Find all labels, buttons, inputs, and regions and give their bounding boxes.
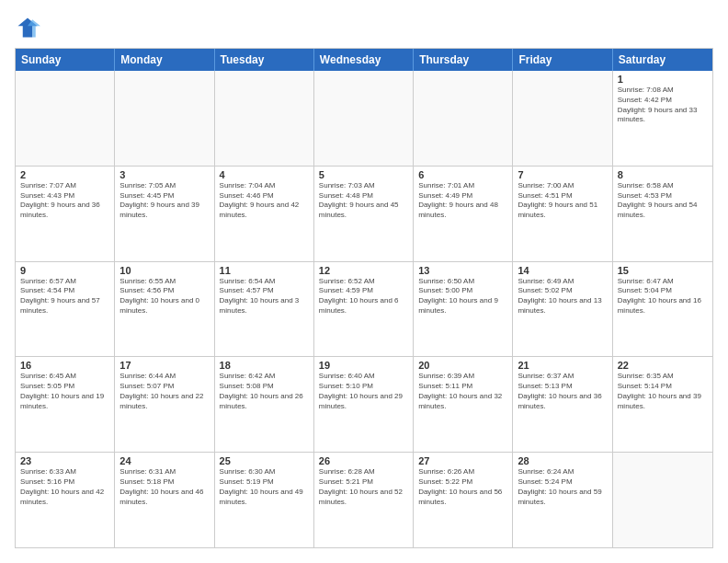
day-cell-28: 28Sunrise: 6:24 AM Sunset: 5:24 PM Dayli… — [513, 453, 612, 547]
day-info: Sunrise: 6:54 AM Sunset: 4:57 PM Dayligh… — [220, 277, 309, 316]
logo — [15, 15, 44, 40]
day-number: 21 — [518, 360, 607, 371]
day-number: 2 — [20, 169, 109, 180]
day-number: 24 — [119, 455, 209, 466]
day-cell-3: 3Sunrise: 7:05 AM Sunset: 4:45 PM Daylig… — [115, 167, 214, 261]
day-info: Sunrise: 6:37 AM Sunset: 5:13 PM Dayligh… — [518, 372, 607, 411]
header — [15, 15, 713, 40]
day-number: 19 — [319, 360, 408, 371]
calendar-row-0: 1Sunrise: 7:08 AM Sunset: 4:42 PM Daylig… — [16, 71, 712, 167]
day-info: Sunrise: 6:42 AM Sunset: 5:08 PM Dayligh… — [220, 372, 309, 411]
day-cell-12: 12Sunrise: 6:52 AM Sunset: 4:59 PM Dayli… — [314, 262, 414, 357]
page: SundayMondayTuesdayWednesdayThursdayFrid… — [0, 0, 728, 563]
day-number: 20 — [418, 360, 507, 371]
calendar: SundayMondayTuesdayWednesdayThursdayFrid… — [15, 48, 713, 548]
header-day-sunday: Sunday — [16, 49, 115, 71]
day-cell-6: 6Sunrise: 7:01 AM Sunset: 4:49 PM Daylig… — [414, 167, 513, 261]
day-cell-18: 18Sunrise: 6:42 AM Sunset: 5:08 PM Dayli… — [215, 357, 314, 452]
day-number: 12 — [319, 265, 408, 276]
day-info: Sunrise: 7:03 AM Sunset: 4:48 PM Dayligh… — [319, 181, 408, 221]
header-day-saturday: Saturday — [613, 49, 712, 71]
day-info: Sunrise: 6:31 AM Sunset: 5:18 PM Dayligh… — [119, 467, 209, 507]
calendar-row-1: 2Sunrise: 7:07 AM Sunset: 4:43 PM Daylig… — [16, 167, 712, 262]
day-number: 27 — [418, 455, 507, 466]
header-day-thursday: Thursday — [414, 49, 513, 71]
day-info: Sunrise: 6:58 AM Sunset: 4:53 PM Dayligh… — [618, 181, 708, 221]
day-info: Sunrise: 6:45 AM Sunset: 5:05 PM Dayligh… — [20, 372, 109, 411]
day-info: Sunrise: 6:24 AM Sunset: 5:24 PM Dayligh… — [518, 467, 607, 507]
day-info: Sunrise: 7:07 AM Sunset: 4:43 PM Dayligh… — [20, 181, 109, 221]
day-info: Sunrise: 6:39 AM Sunset: 5:11 PM Dayligh… — [418, 372, 507, 411]
day-cell-15: 15Sunrise: 6:47 AM Sunset: 5:04 PM Dayli… — [613, 262, 712, 357]
day-cell-24: 24Sunrise: 6:31 AM Sunset: 5:18 PM Dayli… — [115, 453, 214, 547]
empty-cell-4-6 — [613, 453, 712, 547]
day-number: 8 — [618, 169, 708, 180]
day-number: 11 — [220, 265, 309, 276]
header-day-friday: Friday — [513, 49, 612, 71]
day-cell-5: 5Sunrise: 7:03 AM Sunset: 4:48 PM Daylig… — [314, 167, 414, 261]
day-number: 22 — [618, 360, 708, 371]
day-cell-14: 14Sunrise: 6:49 AM Sunset: 5:02 PM Dayli… — [513, 262, 612, 357]
day-info: Sunrise: 6:44 AM Sunset: 5:07 PM Dayligh… — [119, 372, 209, 411]
day-number: 9 — [20, 265, 109, 276]
day-info: Sunrise: 6:55 AM Sunset: 4:56 PM Dayligh… — [119, 277, 209, 316]
empty-cell-0-3 — [314, 71, 414, 166]
day-number: 7 — [518, 169, 607, 180]
day-number: 13 — [418, 265, 507, 276]
day-info: Sunrise: 6:47 AM Sunset: 5:04 PM Dayligh… — [618, 277, 708, 316]
calendar-row-2: 9Sunrise: 6:57 AM Sunset: 4:54 PM Daylig… — [16, 262, 712, 358]
day-info: Sunrise: 6:57 AM Sunset: 4:54 PM Dayligh… — [20, 277, 109, 316]
day-cell-2: 2Sunrise: 7:07 AM Sunset: 4:43 PM Daylig… — [16, 167, 115, 261]
day-info: Sunrise: 7:01 AM Sunset: 4:49 PM Dayligh… — [418, 181, 507, 221]
empty-cell-0-5 — [513, 71, 612, 166]
day-info: Sunrise: 6:49 AM Sunset: 5:02 PM Dayligh… — [518, 277, 607, 316]
day-number: 23 — [20, 455, 109, 466]
logo-icon — [15, 15, 40, 40]
day-cell-4: 4Sunrise: 7:04 AM Sunset: 4:46 PM Daylig… — [215, 167, 314, 261]
day-number: 4 — [220, 169, 309, 180]
day-info: Sunrise: 7:00 AM Sunset: 4:51 PM Dayligh… — [518, 181, 607, 221]
day-cell-21: 21Sunrise: 6:37 AM Sunset: 5:13 PM Dayli… — [513, 357, 612, 452]
empty-cell-0-2 — [215, 71, 314, 166]
day-cell-11: 11Sunrise: 6:54 AM Sunset: 4:57 PM Dayli… — [215, 262, 314, 357]
day-number: 25 — [220, 455, 309, 466]
day-cell-10: 10Sunrise: 6:55 AM Sunset: 4:56 PM Dayli… — [115, 262, 214, 357]
day-cell-1: 1Sunrise: 7:08 AM Sunset: 4:42 PM Daylig… — [613, 71, 712, 166]
day-cell-8: 8Sunrise: 6:58 AM Sunset: 4:53 PM Daylig… — [613, 167, 712, 261]
header-day-tuesday: Tuesday — [215, 49, 314, 71]
day-number: 6 — [418, 169, 507, 180]
day-cell-23: 23Sunrise: 6:33 AM Sunset: 5:16 PM Dayli… — [16, 453, 115, 547]
empty-cell-0-1 — [115, 71, 214, 166]
day-cell-20: 20Sunrise: 6:39 AM Sunset: 5:11 PM Dayli… — [414, 357, 513, 452]
day-cell-27: 27Sunrise: 6:26 AM Sunset: 5:22 PM Dayli… — [414, 453, 513, 547]
day-cell-17: 17Sunrise: 6:44 AM Sunset: 5:07 PM Dayli… — [115, 357, 214, 452]
day-cell-25: 25Sunrise: 6:30 AM Sunset: 5:19 PM Dayli… — [215, 453, 314, 547]
calendar-row-4: 23Sunrise: 6:33 AM Sunset: 5:16 PM Dayli… — [16, 453, 712, 547]
calendar-header: SundayMondayTuesdayWednesdayThursdayFrid… — [16, 49, 712, 71]
day-number: 14 — [518, 265, 607, 276]
day-number: 17 — [119, 360, 209, 371]
day-info: Sunrise: 6:30 AM Sunset: 5:19 PM Dayligh… — [220, 467, 309, 507]
day-cell-19: 19Sunrise: 6:40 AM Sunset: 5:10 PM Dayli… — [314, 357, 414, 452]
day-info: Sunrise: 6:35 AM Sunset: 5:14 PM Dayligh… — [618, 372, 708, 411]
day-cell-7: 7Sunrise: 7:00 AM Sunset: 4:51 PM Daylig… — [513, 167, 612, 261]
day-number: 1 — [618, 74, 708, 85]
day-info: Sunrise: 6:52 AM Sunset: 4:59 PM Dayligh… — [319, 277, 408, 316]
day-info: Sunrise: 6:33 AM Sunset: 5:16 PM Dayligh… — [20, 467, 109, 507]
day-info: Sunrise: 7:05 AM Sunset: 4:45 PM Dayligh… — [119, 181, 209, 221]
day-cell-9: 9Sunrise: 6:57 AM Sunset: 4:54 PM Daylig… — [16, 262, 115, 357]
header-day-monday: Monday — [115, 49, 214, 71]
day-info: Sunrise: 6:28 AM Sunset: 5:21 PM Dayligh… — [319, 467, 408, 507]
calendar-body: 1Sunrise: 7:08 AM Sunset: 4:42 PM Daylig… — [16, 71, 712, 547]
day-number: 26 — [319, 455, 408, 466]
day-cell-16: 16Sunrise: 6:45 AM Sunset: 5:05 PM Dayli… — [16, 357, 115, 452]
day-info: Sunrise: 6:40 AM Sunset: 5:10 PM Dayligh… — [319, 372, 408, 411]
day-cell-13: 13Sunrise: 6:50 AM Sunset: 5:00 PM Dayli… — [414, 262, 513, 357]
calendar-row-3: 16Sunrise: 6:45 AM Sunset: 5:05 PM Dayli… — [16, 357, 712, 453]
header-day-wednesday: Wednesday — [314, 49, 414, 71]
day-info: Sunrise: 6:50 AM Sunset: 5:00 PM Dayligh… — [418, 277, 507, 316]
day-info: Sunrise: 6:26 AM Sunset: 5:22 PM Dayligh… — [418, 467, 507, 507]
day-info: Sunrise: 7:04 AM Sunset: 4:46 PM Dayligh… — [220, 181, 309, 221]
day-number: 5 — [319, 169, 408, 180]
day-number: 28 — [518, 455, 607, 466]
